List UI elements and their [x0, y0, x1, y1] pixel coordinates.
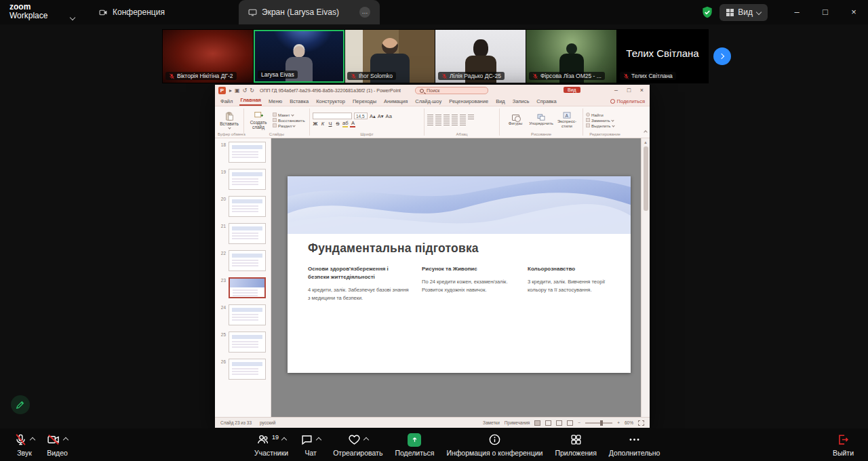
ppt-close-button[interactable]: ×	[635, 85, 648, 96]
meeting-info-button[interactable]: Информация о конференции	[440, 428, 549, 461]
view-button[interactable]: Вид	[719, 4, 768, 21]
quick-styles-button[interactable]: A Экспресс-стили	[555, 112, 579, 128]
save-icon[interactable]: ▣	[235, 87, 240, 94]
participant-tile-active-speaker[interactable]: Larysa Eivas	[254, 30, 344, 83]
replace-button[interactable]: Заменить	[586, 118, 614, 123]
layout-button[interactable]: Макет	[273, 113, 305, 117]
react-options-caret[interactable]	[363, 437, 369, 442]
numbering-icon[interactable]	[435, 115, 441, 120]
participants-button[interactable]: 19 Участники	[248, 428, 294, 461]
ribbon-tab-menu[interactable]: Меню	[268, 98, 283, 106]
bold-button[interactable]: Ж	[313, 121, 318, 127]
fit-to-window-icon[interactable]	[638, 420, 644, 426]
scrollbar-thumb[interactable]	[644, 146, 648, 211]
participant-tile[interactable]: Лілія Радько ДС-25	[435, 30, 526, 83]
ribbon-tab-record[interactable]: Запись	[512, 98, 530, 106]
vertical-scrollbar[interactable]: ▲	[641, 138, 650, 417]
columns-icon[interactable]	[460, 121, 466, 126]
font-size-box[interactable]: 14,5	[354, 113, 368, 119]
ribbon-tab-design[interactable]: Конструктор	[315, 98, 346, 106]
slide-sorter-view-icon[interactable]	[545, 420, 551, 426]
audio-button[interactable]: Звук	[8, 428, 41, 461]
ribbon-tab-home[interactable]: Главная	[239, 96, 262, 106]
increase-indent-icon[interactable]	[452, 115, 458, 120]
react-button[interactable]: Отреагировать	[327, 428, 389, 461]
ppt-search-box[interactable]: Поиск	[415, 87, 488, 94]
logo-caret-icon[interactable]	[71, 10, 75, 22]
align-left-icon[interactable]	[427, 121, 433, 126]
slide-thumbnail[interactable]: 20	[219, 196, 267, 217]
video-options-caret[interactable]	[63, 437, 68, 442]
strikethrough-button[interactable]: S	[335, 121, 340, 127]
ppt-maximize-button[interactable]: □	[623, 85, 635, 96]
chat-options-caret[interactable]	[316, 437, 321, 442]
shapes-button[interactable]: Фигуры	[503, 115, 528, 126]
chat-button[interactable]: Чат	[294, 428, 327, 461]
language-indicator[interactable]: русский	[260, 420, 275, 425]
participant-tile[interactable]: Телих Світлана Телих Світлана	[617, 30, 708, 83]
select-button[interactable]: Выделить	[586, 123, 614, 128]
collapse-ribbon-icon[interactable]	[644, 124, 647, 136]
font-color-button[interactable]: А	[350, 120, 355, 127]
ribbon-tab-transitions[interactable]: Переходы	[352, 98, 377, 106]
font-name-box[interactable]	[313, 113, 352, 119]
ppt-share-button[interactable]: Поделиться	[610, 98, 645, 106]
slide-thumbnail[interactable]: 22	[219, 250, 267, 271]
section-button[interactable]: Раздел	[273, 123, 305, 128]
slide-thumbnail[interactable]: 25	[219, 332, 267, 353]
zoom-in-button[interactable]: +	[617, 420, 620, 425]
slide-thumbnail[interactable]: 26	[219, 359, 267, 380]
slide-thumbnail[interactable]: 18	[219, 142, 267, 163]
next-participants-button[interactable]	[713, 47, 731, 65]
participant-tile[interactable]: Вікторія Нікітіна ДГ-2	[163, 30, 254, 83]
security-shield-icon[interactable]	[701, 5, 714, 19]
close-button[interactable]: ×	[840, 0, 868, 24]
autosave-icon[interactable]: ▸	[229, 87, 232, 94]
find-button[interactable]: Найти	[586, 113, 604, 117]
ribbon-tab-insert[interactable]: Вставка	[289, 98, 309, 106]
decrease-indent-icon[interactable]	[443, 115, 450, 120]
bullets-icon[interactable]	[427, 115, 433, 120]
leave-meeting-button[interactable]: Выйти	[827, 428, 860, 461]
shrink-font-button[interactable]: А▾	[378, 113, 384, 119]
audio-options-caret[interactable]	[30, 437, 35, 442]
comments-button[interactable]: Примечания	[505, 420, 530, 425]
slide-thumbnail[interactable]: 21	[219, 223, 267, 244]
ribbon-tab-slideshow[interactable]: Слайд-шоу	[414, 98, 442, 106]
zoom-out-button[interactable]: −	[578, 420, 580, 425]
ribbon-tab-review[interactable]: Рецензирование	[448, 98, 489, 106]
italic-button[interactable]: К	[320, 121, 326, 127]
participants-options-caret[interactable]	[281, 437, 287, 442]
participant-tile[interactable]: Фірсова Ліза ОМ25 - ...	[526, 30, 617, 83]
redo-icon[interactable]: ↻	[250, 87, 254, 94]
undo-icon[interactable]: ↺	[243, 87, 248, 94]
apps-button[interactable]: Приложения	[549, 428, 602, 461]
slide-canvas[interactable]: Фундаментальна підготовка Основи здоров'…	[271, 138, 641, 417]
video-button[interactable]: Видео	[41, 428, 74, 461]
ribbon-tab-view[interactable]: Вид	[495, 98, 506, 106]
zoom-percentage[interactable]: 60%	[625, 420, 633, 425]
maximize-button[interactable]: □	[811, 0, 840, 24]
more-button[interactable]: Дополнительно	[603, 428, 667, 461]
align-right-icon[interactable]	[443, 121, 450, 126]
paste-button[interactable]: Вставить	[220, 112, 239, 129]
highlight-color-button[interactable]: аб	[342, 120, 348, 127]
ppt-minimize-button[interactable]: –	[610, 85, 623, 96]
line-spacing-icon[interactable]	[460, 115, 466, 120]
tab-screen-share[interactable]: Экран (Larysa Eivas) …	[239, 0, 380, 24]
share-screen-button[interactable]: Поделиться	[389, 428, 440, 461]
underline-button[interactable]: Ч	[328, 121, 333, 127]
arrange-button[interactable]: Упорядочить	[529, 114, 553, 126]
slide-thumbnail-selected[interactable]: 23	[219, 277, 267, 298]
zoom-slider-thumb[interactable]	[600, 420, 603, 426]
minimize-button[interactable]: –	[783, 0, 811, 24]
zoom-slider[interactable]	[585, 422, 612, 424]
tab-meeting[interactable]: Конференция	[90, 0, 174, 24]
participant-tile[interactable]: Ihor Solomko	[344, 30, 435, 83]
grow-font-button[interactable]: А▴	[370, 113, 376, 119]
reset-button[interactable]: Восстановить	[273, 118, 305, 123]
slide-thumbnail[interactable]: 19	[219, 169, 267, 190]
ribbon-tab-animations[interactable]: Анимация	[383, 98, 408, 106]
tab-options-button[interactable]: …	[359, 7, 370, 18]
reading-view-icon[interactable]	[556, 420, 562, 426]
